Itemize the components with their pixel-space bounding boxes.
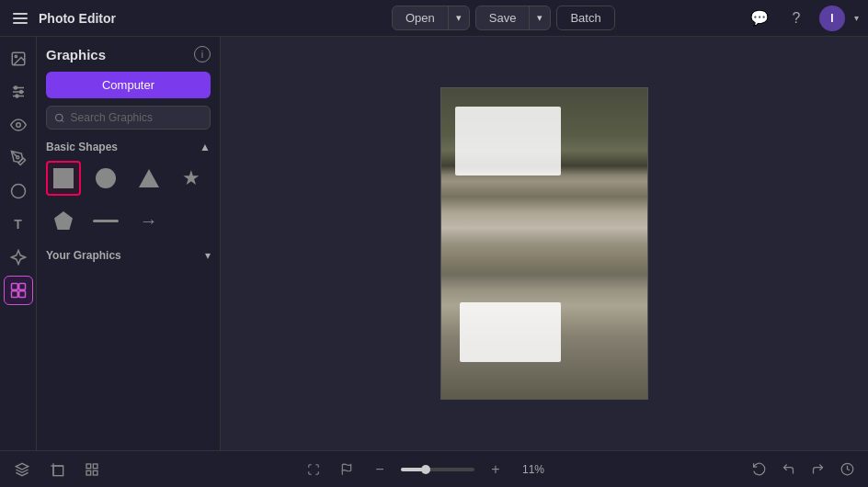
main-area: T Graphics i Computer Basic Shapes ▲ — [0, 37, 868, 450]
svg-point-5 — [14, 86, 17, 89]
svg-point-8 — [16, 123, 20, 128]
shape-star[interactable]: ★ — [174, 161, 209, 196]
open-dropdown-arrow[interactable]: ▾ — [449, 7, 469, 28]
layers-icon[interactable] — [9, 457, 35, 482]
topbar-right: 💬 ? I ▾ — [746, 5, 859, 32]
search-input[interactable] — [71, 111, 202, 124]
crop-icon[interactable] — [44, 457, 70, 482]
svg-rect-13 — [11, 291, 17, 298]
undo-button[interactable] — [776, 458, 800, 481]
svg-point-1 — [15, 55, 17, 57]
your-graphics-toggle[interactable]: ▾ — [205, 249, 211, 262]
canvas-image — [440, 87, 648, 400]
shape-square[interactable] — [46, 161, 81, 196]
bottombar-left — [9, 457, 105, 482]
save-button[interactable]: Save — [476, 6, 531, 29]
shape-pentagon[interactable] — [46, 203, 81, 238]
basic-shapes-label: Basic Shapes — [46, 141, 118, 153]
icon-sidebar: T — [0, 37, 37, 450]
shapes-row2: → — [46, 203, 211, 238]
open-button[interactable]: Open — [393, 6, 449, 29]
svg-point-15 — [55, 114, 63, 121]
chat-icon[interactable]: 💬 — [746, 5, 773, 32]
save-dropdown-arrow[interactable]: ▾ — [530, 7, 550, 28]
info-icon[interactable]: i — [194, 46, 211, 62]
sidebar-icon-sliders[interactable] — [4, 77, 33, 107]
rotate-left-icon[interactable] — [747, 458, 771, 481]
white-box-top[interactable] — [455, 107, 561, 176]
topbar-center: Open ▾ Save ▾ Batch — [392, 6, 615, 30]
svg-rect-14 — [18, 291, 25, 298]
avatar[interactable]: I — [819, 6, 845, 31]
help-icon[interactable]: ? — [782, 5, 810, 32]
shape-arrow[interactable]: → — [131, 203, 166, 238]
svg-rect-20 — [93, 470, 97, 475]
svg-marker-16 — [16, 463, 28, 470]
sidebar-icon-circle[interactable] — [4, 176, 33, 206]
menu-icon[interactable] — [9, 9, 31, 28]
svg-rect-19 — [93, 464, 97, 469]
svg-rect-21 — [86, 470, 91, 475]
bottombar-right — [747, 458, 859, 481]
zoom-slider[interactable] — [401, 468, 474, 471]
save-button-group: Save ▾ — [475, 6, 552, 30]
svg-rect-18 — [86, 464, 91, 469]
topbar-left: Photo Editor — [9, 9, 116, 28]
svg-rect-17 — [53, 466, 63, 476]
zoom-out-button[interactable]: − — [368, 458, 392, 481]
batch-button[interactable]: Batch — [556, 6, 614, 30]
topbar: Photo Editor Open ▾ Save ▾ Batch 💬 ? I ▾ — [0, 0, 868, 37]
sidebar-icon-graphics[interactable] — [4, 276, 33, 305]
svg-rect-11 — [11, 284, 17, 290]
basic-shapes-section-header: Basic Shapes ▲ — [46, 141, 211, 153]
svg-point-10 — [11, 185, 25, 198]
zoom-fit-button[interactable] — [335, 458, 359, 481]
svg-point-6 — [19, 91, 22, 94]
open-button-group: Open ▾ — [392, 6, 470, 30]
app-title: Photo Editor — [39, 11, 116, 26]
canvas-area[interactable] — [221, 37, 868, 450]
zoom-in-button[interactable]: + — [484, 458, 508, 481]
bottombar-center: − + 11% — [105, 458, 747, 481]
white-box-bottom[interactable] — [460, 302, 561, 362]
sidebar-icon-brush[interactable] — [4, 143, 33, 173]
your-graphics-label: Your Graphics — [46, 249, 121, 262]
sidebar-icon-effect[interactable] — [4, 243, 33, 272]
svg-point-9 — [16, 156, 18, 159]
svg-rect-12 — [18, 284, 25, 290]
computer-button[interactable]: Computer — [46, 72, 211, 98]
shape-line[interactable] — [88, 203, 123, 238]
zoom-level: 11% — [517, 463, 550, 476]
shape-triangle[interactable] — [131, 161, 166, 196]
fit-screen-button[interactable] — [302, 458, 326, 481]
panel-title: Graphics — [46, 47, 106, 62]
shape-empty — [174, 203, 209, 238]
redo-button[interactable] — [805, 458, 829, 481]
search-box — [46, 106, 211, 130]
shapes-grid: ★ — [46, 161, 211, 196]
sidebar-icon-image[interactable] — [4, 44, 33, 74]
bottombar: − + 11% — [0, 450, 868, 487]
graphics-panel: Graphics i Computer Basic Shapes ▲ ★ — [37, 37, 221, 450]
basic-shapes-toggle[interactable]: ▲ — [200, 141, 211, 153]
shape-circle[interactable] — [88, 161, 123, 196]
grid-icon[interactable] — [79, 457, 105, 482]
svg-point-7 — [16, 95, 18, 97]
your-graphics-header: Your Graphics ▾ — [46, 249, 211, 262]
sidebar-icon-text[interactable]: T — [4, 210, 33, 239]
user-dropdown-arrow[interactable]: ▾ — [854, 13, 859, 23]
search-icon — [54, 112, 65, 124]
panel-header: Graphics i — [46, 46, 211, 62]
history-button[interactable] — [835, 458, 859, 481]
sidebar-icon-eye[interactable] — [4, 110, 33, 140]
